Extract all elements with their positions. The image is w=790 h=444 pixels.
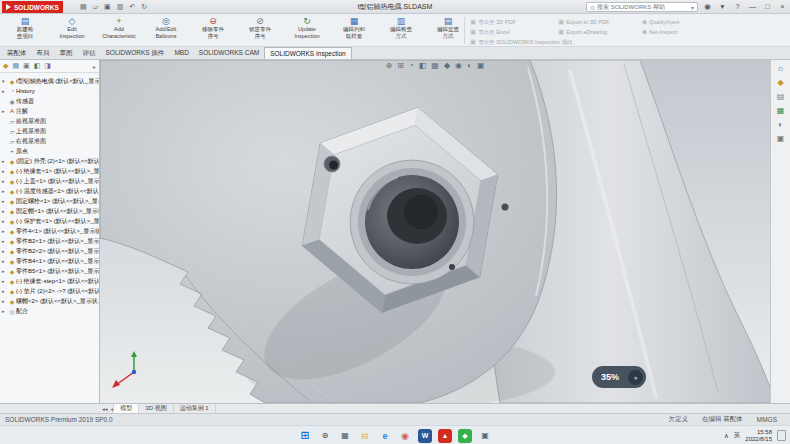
minimize-button[interactable]: —	[745, 0, 760, 14]
tree-item-component[interactable]: ▸ ◆ 零件B4<1> (默认<<默认>_显示...	[0, 256, 99, 266]
configuration-manager-tab-icon[interactable]: ▣	[23, 62, 30, 70]
export-3d-pdf-button[interactable]: ▣ Export to 3D PDF	[558, 18, 609, 26]
tree-item-component[interactable]: ▸ ◆ 螺帽<2> (默认<<默认>_显示状...	[0, 296, 99, 306]
section-view-icon[interactable]: ◧	[419, 61, 427, 70]
previous-view-icon[interactable]: ◔	[409, 61, 414, 70]
zoom-to-area-icon[interactable]: ⊞	[397, 61, 404, 70]
tree-item-right-plane[interactable]: ▱ 右视基准面	[0, 136, 99, 146]
qualityxpert-button[interactable]: ◆ QualityXpert	[642, 18, 679, 26]
edit-columns-button[interactable]: ▦ 编辑列和 取样量	[331, 14, 377, 47]
scene-settings-icon[interactable]: ▣	[477, 61, 485, 70]
tree-item-component[interactable]: ▸ ◆ (-) 上盖<1> (默认<<默认>_显示状...	[0, 176, 99, 186]
tray-chevron-icon[interactable]: ∧	[724, 432, 729, 440]
tree-item-component[interactable]: ▸ ◆ (-) 保护套<1> (默认<<默认>_显...	[0, 216, 99, 226]
start-button[interactable]: ⊞	[298, 429, 312, 443]
lock-balloons-button[interactable]: ⊘ 锁定零件 序号	[237, 14, 283, 47]
solidworks-logo[interactable]: SOLIDWORKS	[2, 1, 63, 13]
save-icon[interactable]: ▣	[104, 3, 111, 11]
edit-inspection-button[interactable]: ◇ Edit Inspection	[49, 14, 95, 47]
close-button[interactable]: ×	[775, 0, 790, 14]
tab-layout[interactable]: 布局	[32, 47, 55, 59]
help-button[interactable]: ?	[730, 0, 745, 14]
tree-item-component[interactable]: ▸ ◆ 固定帽<1> (默认<<默认>_显示状...	[0, 206, 99, 216]
tab-solidworks-inspection[interactable]: SOLIDWORKS Inspection	[264, 47, 352, 59]
tree-item-top-plane[interactable]: ▱ 上视基准面	[0, 126, 99, 136]
tree-item-front-plane[interactable]: ▱ 前视基准面	[0, 116, 99, 126]
export-excel-button[interactable]: ▣ 导出至 Excel	[470, 28, 510, 36]
options-dropdown-icon[interactable]: ▾	[715, 0, 730, 14]
tree-item-component[interactable]: ▸ ◆ (-) 绝缘套<1> (默认<<默认>_显...	[0, 166, 99, 176]
tree-item-history[interactable]: ▸ ◔ History	[0, 86, 99, 96]
task-view-button[interactable]: ▦	[338, 429, 352, 443]
tree-item-component[interactable]: ▸ ◆ 固定螺栓<1> (默认<<默认>_显示...	[0, 196, 99, 206]
tab-motion-study-1[interactable]: 运动算例 1	[174, 404, 216, 414]
edit-appearance-icon[interactable]: ◐	[467, 61, 472, 70]
tree-item-origin[interactable]: + 原点	[0, 146, 99, 156]
tab-solidworks-cam[interactable]: SOLIDWORKS CAM	[194, 47, 264, 59]
update-inspection-button[interactable]: ↻ Update Inspection	[284, 14, 330, 47]
tab-scroll-start-icon[interactable]: ◂◂	[102, 406, 108, 412]
property-manager-tab-icon[interactable]: ▤	[12, 62, 19, 70]
model-set-screw-hole[interactable]	[324, 156, 340, 172]
tab-evaluate[interactable]: 评估	[78, 47, 101, 59]
file-explorer-tab[interactable]: ▤	[777, 92, 785, 101]
print-icon[interactable]: ▥	[117, 3, 124, 11]
tab-3d-views[interactable]: 3D 视图	[139, 404, 173, 414]
feature-manager-tab-icon[interactable]: ◆	[3, 62, 8, 70]
net-inspect-button[interactable]: ◆ Net-Inspect	[642, 28, 677, 36]
model-center-bore[interactable]	[350, 160, 474, 284]
display-manager-tab-icon[interactable]: ◨	[44, 62, 51, 70]
file-explorer-icon[interactable]: ▤	[358, 429, 372, 443]
tree-item-mates[interactable]: ▸ ◎ 配合	[0, 306, 99, 316]
settings-icon[interactable]: ▣	[478, 429, 492, 443]
tab-assembly[interactable]: 装配体	[2, 47, 32, 59]
tree-item-component[interactable]: ▸ ◆ 零件4<1> (默认<<默认>_显示状...	[0, 226, 99, 236]
rebuild-icon[interactable]: ↻	[141, 3, 147, 11]
tab-model[interactable]: 模型	[113, 404, 139, 414]
tree-item-annotations[interactable]: ▸ A 注解	[0, 106, 99, 116]
tree-item-component[interactable]: ▸ ◆ (固定) 外壳 (2)<1> (默认<<默认>_显示状态	[0, 156, 99, 166]
chevron-down-icon[interactable]: ▾	[691, 4, 694, 11]
zoom-level-badge[interactable]: 35% ●	[592, 366, 646, 388]
tab-solidworks-addins[interactable]: SOLIDWORKS 插件	[101, 47, 170, 59]
edit-inspection-method-button[interactable]: ▥ 编辑检查 方式	[378, 14, 424, 47]
undo-icon[interactable]: ↶	[129, 3, 135, 11]
custom-properties-tab[interactable]: ▣	[777, 134, 785, 143]
tree-item-component[interactable]: ▸ ◆ (-) 垫片 (2)<2> ->? (默认<<默认...	[0, 286, 99, 296]
tree-item-sensors[interactable]: ◉ 传感器	[0, 96, 99, 106]
export-2d-pdf-button[interactable]: ▣ 导出至 2D PDF	[470, 18, 516, 26]
tab-mbd[interactable]: MBD	[169, 47, 193, 59]
graphics-viewport[interactable]: ⊕ ⊞ ◔ ◧ ▦ ◆ ◉ ◐ ▣ 35% ●	[100, 60, 770, 403]
hide-show-items-icon[interactable]: ◉	[455, 61, 462, 70]
display-style-icon[interactable]: ◆	[444, 61, 450, 70]
tab-sketch[interactable]: 草图	[55, 47, 78, 59]
export-sw-inspection-project-button[interactable]: ▣ 导出至 SOLIDWORKS Inspection 项目	[470, 38, 573, 46]
overlay-knob-icon[interactable]: ●	[628, 370, 643, 385]
clock[interactable]: 15:58 2022/8/15	[745, 429, 772, 443]
status-units[interactable]: MMGS	[757, 416, 777, 423]
edge-browser-icon[interactable]: e	[378, 429, 392, 443]
input-language-indicator[interactable]: 英	[734, 431, 741, 440]
word-icon[interactable]: W	[418, 429, 432, 443]
help-search-box[interactable]: ⊙ ▾	[586, 2, 698, 12]
dimxpert-manager-tab-icon[interactable]: ◧	[34, 62, 41, 70]
export-edrawing-button[interactable]: ▣ Export eDrawing	[558, 28, 607, 36]
notification-center-icon[interactable]	[777, 430, 786, 441]
open-document-icon[interactable]: ▱	[93, 3, 98, 11]
add-edit-balloons-button[interactable]: ◎ Add/Edit Balloons	[143, 14, 189, 47]
view-orientation-icon[interactable]: ▦	[431, 61, 439, 70]
tree-item-component[interactable]: ▸ ◆ 零件B5<1> (默认<<默认>_显示...	[0, 266, 99, 276]
sw-resources-tab[interactable]: ⌂	[778, 64, 783, 73]
tree-root-assembly[interactable]: ▾ ◆ t型铝轴热电偶 (默认<默认_显示状态-1>)	[0, 76, 99, 86]
taskbar-search-button[interactable]: ⊙	[318, 429, 332, 443]
user-account-icon[interactable]: ◉	[700, 0, 715, 14]
tree-item-component[interactable]: ▸ ◆ (-) 绝缘套-step<1> (默认<<默认...	[0, 276, 99, 286]
design-library-tab[interactable]: ◆	[777, 78, 783, 87]
model-small-hole[interactable]	[502, 204, 509, 211]
maximize-button[interactable]: □	[760, 0, 775, 14]
chrome-browser-icon[interactable]: ◉	[398, 429, 412, 443]
chat-app-icon[interactable]: ◆	[458, 429, 472, 443]
appearances-tab[interactable]: ◐	[778, 120, 783, 129]
search-input[interactable]	[597, 4, 689, 10]
tree-item-component[interactable]: ▸ ◆ (-) 温度传感器<1> (默认<<默认>...	[0, 186, 99, 196]
